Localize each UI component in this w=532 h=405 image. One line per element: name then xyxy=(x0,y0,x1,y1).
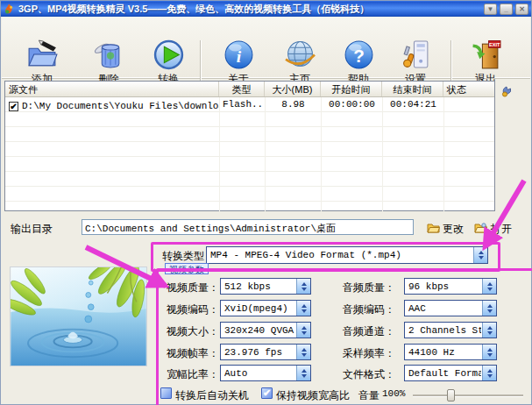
aspect-ratio-label: 宽幅比率： xyxy=(167,367,219,382)
file-type: Flash... xyxy=(219,97,265,112)
add-file-icon xyxy=(26,39,59,71)
audio-codec-spinner[interactable] xyxy=(482,301,496,316)
auto-shutdown-checkbox[interactable] xyxy=(160,387,172,399)
audio-quality-label: 音频质量： xyxy=(343,281,395,295)
toolbar-separator xyxy=(200,40,201,86)
grid-line xyxy=(443,97,444,211)
window-title: 3GP、MP4视频转换精灵 V3.5——免费、绿色、高效的视频转换工具（佰锐科技… xyxy=(18,3,480,16)
toolbar: 添加 删除 转换 xyxy=(2,17,530,79)
svg-text:EXIT: EXIT xyxy=(488,42,500,47)
grid-line xyxy=(265,97,266,211)
video-framerate-spinner[interactable] xyxy=(296,345,310,359)
sample-rate-spinner[interactable] xyxy=(482,345,496,359)
video-quality-label: 视频质量： xyxy=(167,281,219,295)
volume-slider-track[interactable] xyxy=(413,394,523,396)
file-format-label: 文件格式： xyxy=(343,367,395,382)
column-start-time[interactable]: 开始时间 xyxy=(321,82,382,96)
exit-door-icon: EXIT xyxy=(470,39,502,71)
convert-type-value: MP4 - MPEG-4 Video Format (*.mp4) xyxy=(210,250,472,260)
app-icon xyxy=(4,4,15,15)
video-size-label: 视频大小： xyxy=(167,324,219,339)
titlebar: 3GP、MP4视频转换精灵 V3.5——免费、绿色、高效的视频转换工具（佰锐科技… xyxy=(1,1,531,17)
help-icon: ? xyxy=(343,39,375,71)
audio-quality-value: 96 kbps xyxy=(408,281,481,292)
aspect-ratio-spinner[interactable] xyxy=(296,366,310,380)
output-dir-label: 输出目录 xyxy=(11,222,53,237)
file-list: 源文件 类型 大小(MB) 开始时间 结束时间 状态 ✔D:\My Docume… xyxy=(4,81,495,211)
video-framerate-combo[interactable]: 23.976 fps xyxy=(220,344,311,360)
grid-line xyxy=(321,97,322,211)
change-button[interactable]: 更改 xyxy=(443,222,464,237)
audio-channels-spinner[interactable] xyxy=(482,323,496,338)
audio-quality-combo[interactable]: 96 kbps xyxy=(404,278,497,295)
convert-type-spinner[interactable] xyxy=(473,247,487,263)
output-dir-input[interactable]: C:\Documents and Settings\Administrator\… xyxy=(82,219,414,235)
delete-icon xyxy=(93,39,125,71)
video-codec-value: XviD(mpeg4) xyxy=(224,303,295,314)
audio-quality-spinner[interactable] xyxy=(482,279,496,294)
sample-rate-label: 采样频率： xyxy=(343,346,395,361)
grid-line xyxy=(382,97,383,211)
audio-codec-value: AAC xyxy=(408,303,481,314)
preview-image xyxy=(10,266,147,366)
aspect-ratio-value: Auto xyxy=(224,368,295,379)
column-size[interactable]: 大小(MB) xyxy=(265,82,321,96)
file-format-value: Default Format xyxy=(408,368,481,379)
svg-text:?: ? xyxy=(353,46,365,66)
file-format-spinner[interactable] xyxy=(482,366,496,380)
open-button[interactable]: 打开 xyxy=(491,222,512,237)
info-icon: i xyxy=(223,39,255,71)
file-end-time: 00:04:21 xyxy=(382,97,443,112)
file-row-checkbox[interactable]: ✔ xyxy=(9,102,18,111)
video-quality-combo[interactable]: 512 kbps xyxy=(220,278,311,295)
file-format-combo[interactable]: Default Format xyxy=(404,365,497,381)
video-codec-combo[interactable]: XviD(mpeg4) xyxy=(220,300,311,316)
volume-slider-thumb[interactable] xyxy=(447,389,455,401)
keep-aspect-label: 保持视频宽高比 xyxy=(276,388,350,403)
open-folder-icon[interactable] xyxy=(474,222,487,233)
minimize-to-tray-button[interactable]: ▼ xyxy=(484,4,497,15)
file-list-header: 源文件 类型 大小(MB) 开始时间 结束时间 状态 xyxy=(5,82,494,97)
file-row[interactable]: ✔D:\My Documents\Youku Files\download\一-… xyxy=(5,97,494,112)
params-group-tab: 视频参数 xyxy=(165,263,209,274)
convert-type-combo[interactable]: MP4 - MPEG-4 Video Format (*.mp4) xyxy=(206,246,488,264)
video-size-combo[interactable]: 320x240 QVGA xyxy=(220,322,311,338)
sample-rate-combo[interactable]: 44100 Hz xyxy=(404,344,497,360)
settings-icon xyxy=(400,39,432,71)
close-button[interactable]: ✕ xyxy=(515,4,528,15)
column-end-time[interactable]: 结束时间 xyxy=(382,82,443,96)
volume-label: 音量 xyxy=(358,388,379,403)
file-status xyxy=(443,97,494,112)
home-globe-icon xyxy=(284,39,316,71)
file-source: D:\My Documents\Youku Files\download\一-.… xyxy=(22,101,219,111)
column-status[interactable]: 状态 xyxy=(443,82,494,96)
audio-codec-combo[interactable]: AAC xyxy=(404,300,497,316)
aspect-ratio-combo[interactable]: Auto xyxy=(220,365,311,381)
video-quality-value: 512 kbps xyxy=(224,281,295,292)
list-tools-icon xyxy=(500,83,514,97)
toolbar-separator xyxy=(450,40,451,86)
convert-play-icon xyxy=(153,39,185,71)
audio-channels-label: 音频通道： xyxy=(343,324,395,339)
column-type[interactable]: 类型 xyxy=(219,82,265,96)
video-framerate-value: 23.976 fps xyxy=(224,347,295,358)
file-list-body: ✔D:\My Documents\Youku Files\download\一-… xyxy=(5,97,494,211)
audio-channels-value: 2 Channels Stere xyxy=(408,325,481,336)
auto-shutdown-label: 转换后自动关机 xyxy=(175,388,249,403)
app-window: 3GP、MP4视频转换精灵 V3.5——免费、绿色、高效的视频转换工具（佰锐科技… xyxy=(0,0,532,405)
audio-codec-label: 音频编码： xyxy=(343,302,395,317)
video-codec-label: 视频编码： xyxy=(167,302,219,317)
video-size-spinner[interactable] xyxy=(296,323,310,338)
video-quality-spinner[interactable] xyxy=(296,279,310,294)
column-source[interactable]: 源文件 xyxy=(5,82,219,96)
keep-aspect-checkbox[interactable]: ✔ xyxy=(261,387,273,399)
minimize-button[interactable]: _ xyxy=(500,4,513,15)
file-size: 8.98 xyxy=(265,97,321,112)
video-framerate-label: 视频帧率： xyxy=(167,346,219,361)
file-start-time: 00:00:00 xyxy=(321,97,382,112)
audio-channels-combo[interactable]: 2 Channels Stere xyxy=(404,322,497,338)
change-folder-icon[interactable] xyxy=(427,222,440,233)
video-codec-spinner[interactable] xyxy=(296,301,310,316)
volume-value: 100% xyxy=(382,388,405,399)
svg-text:i: i xyxy=(236,47,241,66)
